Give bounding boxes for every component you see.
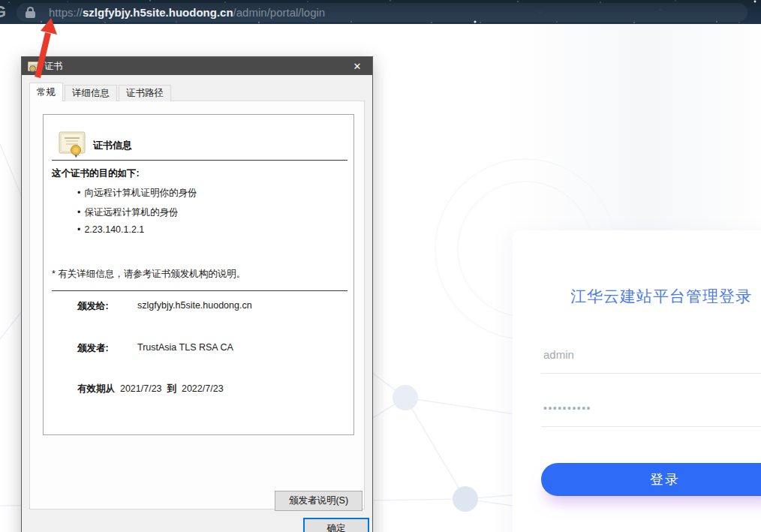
issued-to-value: szlgfybjy.h5site.huodong.cn bbox=[137, 300, 252, 311]
purpose-item: •2.23.140.1.2.1 bbox=[77, 224, 144, 235]
username-underline bbox=[541, 373, 761, 374]
dialog-titlebar[interactable]: 证书 ✕ bbox=[22, 57, 372, 75]
browser-address-bar: G https://szlgfybjy.h5site.huodong.cn/ad… bbox=[0, 0, 761, 24]
browser-logo-partial: G bbox=[0, 2, 6, 22]
ssl-lock-icon[interactable] bbox=[26, 7, 35, 18]
ok-button[interactable]: 确定 bbox=[303, 518, 369, 532]
cert-info-heading: 证书信息 bbox=[93, 139, 132, 152]
url-path: /admin/portal/login bbox=[233, 6, 326, 19]
url-text[interactable]: https://szlgfybjy.h5site.huodong.cn/admi… bbox=[49, 6, 325, 19]
issued-by-label: 颁发者: bbox=[77, 342, 109, 355]
close-icon[interactable]: ✕ bbox=[342, 57, 372, 75]
issued-to-label: 颁发给: bbox=[77, 300, 109, 313]
issued-by-value: TrustAsia TLS RSA CA bbox=[137, 342, 233, 353]
username-input[interactable]: admin bbox=[543, 348, 574, 361]
certificate-info-panel: 证书信息 这个证书的目的如下: •向远程计算机证明你的身份 •保证远程计算机的身… bbox=[43, 114, 354, 435]
divider bbox=[52, 290, 347, 291]
login-card: 江华云建站平台管理登录 admin •••••••••• 登录 bbox=[513, 230, 761, 532]
purpose-item: •向远程计算机证明你的身份 bbox=[77, 187, 197, 200]
tab-details[interactable]: 详细信息 bbox=[65, 85, 117, 101]
issuer-statement-button[interactable]: 颁发者说明(S) bbox=[275, 491, 362, 511]
certificate-icon bbox=[59, 131, 87, 158]
url-domain: szlgfybjy.h5site.huodong.cn bbox=[83, 6, 233, 19]
password-input[interactable]: •••••••••• bbox=[543, 402, 591, 414]
password-underline bbox=[541, 426, 761, 427]
purpose-heading: 这个证书的目的如下: bbox=[52, 167, 140, 180]
tab-general[interactable]: 常规 bbox=[29, 83, 63, 101]
certificate-small-icon bbox=[28, 62, 40, 71]
login-button[interactable]: 登录 bbox=[541, 463, 761, 496]
login-page-title: 江华云建站平台管理登录 bbox=[541, 286, 761, 307]
dialog-title: 证书 bbox=[44, 60, 62, 73]
screen: G https://szlgfybjy.h5site.huodong.cn/ad… bbox=[0, 0, 761, 532]
purpose-item: •保证远程计算机的身份 bbox=[77, 206, 178, 219]
tab-page-general: 证书信息 这个证书的目的如下: •向远程计算机证明你的身份 •保证远程计算机的身… bbox=[29, 101, 365, 509]
certificate-dialog: 证书 ✕ 常规 详细信息 证书路径 证书信息 bbox=[21, 56, 373, 532]
url-scheme: https:// bbox=[49, 6, 83, 19]
divider bbox=[52, 160, 347, 161]
tab-cert-path[interactable]: 证书路径 bbox=[119, 85, 171, 101]
ca-note: * 有关详细信息，请参考证书颁发机构的说明。 bbox=[52, 268, 245, 281]
dialog-tabs: 常规 详细信息 证书路径 bbox=[29, 83, 173, 101]
url-omnibox[interactable]: https://szlgfybjy.h5site.huodong.cn/admi… bbox=[17, 3, 747, 22]
validity-row: 有效期从 2021/7/23 到 2022/7/23 bbox=[77, 383, 224, 395]
